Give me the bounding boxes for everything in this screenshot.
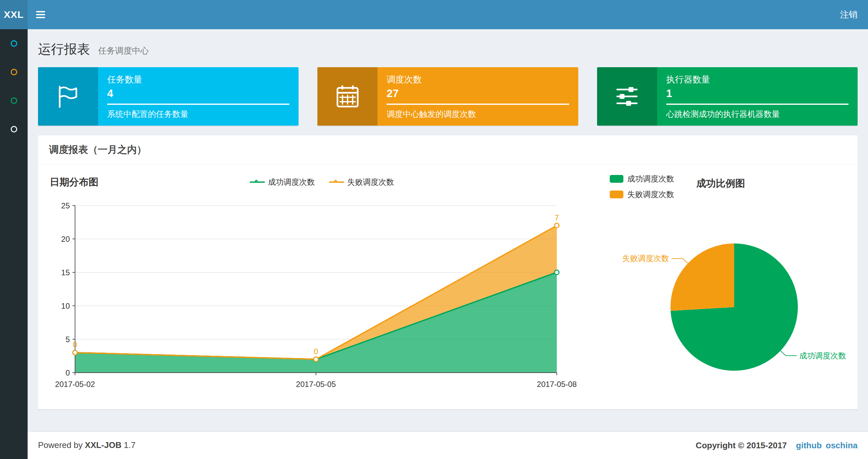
content-wrapper: 运行报表 任务调度中心 任务数量 4 系统中配置的任务数量: [28, 0, 868, 431]
circle-icon: [11, 97, 17, 104]
report-panel-header: 调度报表（一月之内）: [38, 135, 858, 165]
info-box-executors: 执行器数量 1 心跳检测成功的执行器机器数量: [597, 67, 858, 126]
logout-link[interactable]: 注销: [840, 9, 858, 21]
sidebar: [0, 29, 28, 459]
pie-legend-item[interactable]: 失败调度次数: [610, 189, 674, 200]
info-box-divider: [107, 103, 289, 105]
pie-label-line: [781, 351, 797, 356]
sidebar-menu: [0, 29, 28, 143]
report-panel: 调度报表（一月之内） 日期分布图成功调度次数失败调度次数051015202520…: [38, 135, 858, 409]
info-box-value: 4: [107, 87, 289, 100]
pie-chart: 成功调度次数失败调度次数成功比例图成功调度次数失败调度次数: [595, 173, 846, 395]
info-box-row: 任务数量 4 系统中配置的任务数量: [38, 67, 858, 126]
y-tick-label: 15: [61, 268, 70, 277]
flag-icon: [38, 67, 98, 126]
footer-brand: XXL-JOB: [85, 440, 122, 450]
github-link[interactable]: github: [796, 440, 822, 451]
line-chart-legend: 成功调度次数失败调度次数: [49, 177, 595, 187]
legend-label: 成功调度次数: [268, 177, 315, 187]
y-tick-label: 20: [61, 235, 70, 243]
info-box-divider: [386, 103, 569, 105]
y-tick-label: 25: [61, 201, 70, 210]
info-box-label: 调度次数: [386, 74, 569, 86]
legend-line-icon: [329, 179, 344, 185]
oschina-link[interactable]: oschina: [826, 440, 858, 451]
calendar-icon: [317, 67, 377, 126]
pie-chart-canvas: 成功调度次数失败调度次数: [595, 173, 846, 395]
line-chart-canvas: 05101520252017-05-022017-05-052017-05-08…: [49, 193, 585, 400]
footer-version: 1.7: [124, 440, 135, 450]
hamburger-icon: [36, 11, 45, 12]
y-tick-label: 10: [61, 301, 70, 310]
data-point: [555, 223, 559, 228]
info-box-desc: 心跳检测成功的执行器机器数量: [666, 109, 848, 120]
legend-label: 失败调度次数: [347, 177, 394, 187]
info-box-content: 执行器数量 1 心跳检测成功的执行器机器数量: [657, 67, 858, 126]
panel-title: 调度报表（一月之内）: [49, 144, 147, 155]
pie-slice-label: 失败调度次数: [622, 254, 669, 263]
line-chart: 日期分布图成功调度次数失败调度次数05101520252017-05-02201…: [49, 173, 595, 401]
pie-label-line: [672, 258, 688, 263]
pie-legend: 成功调度次数失败调度次数: [610, 174, 674, 200]
pie-legend-item[interactable]: 成功调度次数: [610, 174, 674, 184]
top-navbar: XXL 注销: [0, 0, 868, 29]
sidebar-toggle-button[interactable]: [28, 0, 54, 29]
info-box-value: 27: [386, 87, 569, 100]
info-box-jobs: 任务数量 4 系统中配置的任务数量: [38, 67, 299, 126]
sliders-icon: [597, 67, 657, 126]
page-subtitle: 任务调度中心: [98, 46, 149, 56]
legend-swatch-icon: [610, 191, 623, 198]
data-point: [314, 357, 318, 362]
legend-item[interactable]: 失败调度次数: [329, 177, 394, 187]
legend-swatch-icon: [610, 175, 623, 183]
info-box-desc: 调度中心触发的调度次数: [386, 109, 569, 120]
info-box-content: 任务数量 4 系统中配置的任务数量: [98, 67, 299, 126]
pie-slice[interactable]: [671, 243, 734, 310]
footer-powered: Powered byXXL-JOB1.7: [38, 440, 138, 451]
sidebar-menu-item-1[interactable]: [0, 29, 28, 58]
info-box-triggers: 调度次数 27 调度中心触发的调度次数: [317, 67, 578, 126]
data-point: [73, 350, 77, 355]
circle-icon: [11, 40, 17, 47]
legend-line-icon: [250, 179, 265, 185]
point-value-label: 0: [73, 340, 77, 349]
info-box-label: 任务数量: [107, 74, 289, 86]
y-tick-label: 0: [66, 368, 70, 377]
circle-icon: [11, 126, 17, 132]
point-value-label: 0: [314, 347, 318, 356]
content-header: 运行报表 任务调度中心: [28, 29, 868, 58]
navbar-right: 注销: [840, 0, 868, 29]
x-tick-label: 2017-05-02: [55, 380, 95, 389]
sidebar-menu-item-4[interactable]: [0, 115, 28, 143]
footer-copyright: Copyright © 2015-2017 github oschina: [696, 440, 858, 451]
legend-label: 成功调度次数: [627, 174, 674, 184]
circle-icon: [11, 69, 17, 75]
info-box-value: 1: [666, 87, 848, 100]
sidebar-menu-item-2[interactable]: [0, 58, 28, 86]
pie-slice-label: 成功调度次数: [800, 351, 846, 360]
report-panel-body: 日期分布图成功调度次数失败调度次数05101520252017-05-02201…: [38, 165, 858, 409]
footer: Powered byXXL-JOB1.7 Copyright © 2015-20…: [28, 431, 868, 459]
page-title: 运行报表: [38, 42, 90, 56]
legend-label: 失败调度次数: [627, 189, 674, 200]
info-box-desc: 系统中配置的任务数量: [107, 109, 289, 120]
content: 任务数量 4 系统中配置的任务数量: [28, 58, 868, 419]
data-point: [555, 270, 559, 274]
legend-item[interactable]: 成功调度次数: [250, 177, 315, 187]
point-value-label: 7: [555, 213, 559, 222]
y-tick-label: 5: [66, 335, 70, 344]
sidebar-menu-item-3[interactable]: [0, 86, 28, 115]
x-tick-label: 2017-05-08: [537, 380, 577, 389]
info-box-content: 调度次数 27 调度中心触发的调度次数: [377, 67, 578, 126]
x-tick-label: 2017-05-05: [296, 380, 336, 389]
app-logo[interactable]: XXL: [0, 0, 28, 29]
line-chart-header: 日期分布图成功调度次数失败调度次数: [49, 173, 595, 193]
info-box-label: 执行器数量: [666, 74, 848, 86]
info-box-divider: [666, 103, 848, 105]
